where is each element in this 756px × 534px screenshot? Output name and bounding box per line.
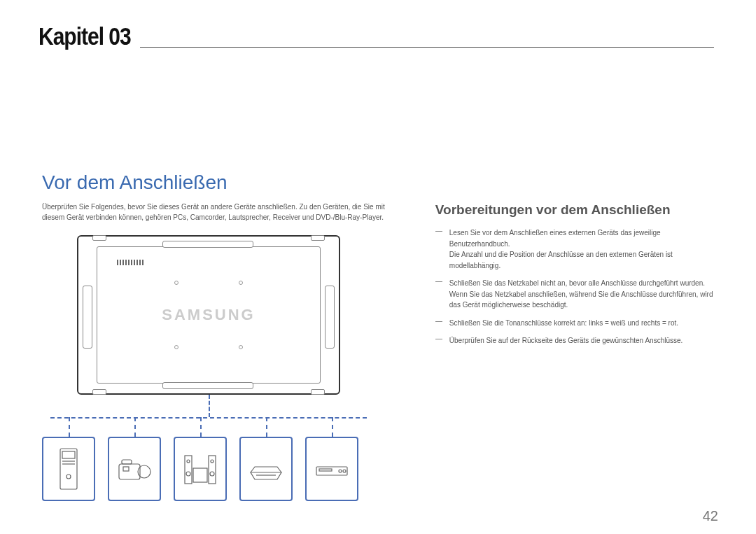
dash-bullet-icon <box>435 318 445 329</box>
right-column: Vorbereitungen vor dem Anschließen Lesen… <box>435 202 714 512</box>
camcorder-icon <box>108 437 161 501</box>
svg-point-14 <box>211 460 214 463</box>
speaker-system-icon <box>174 437 227 501</box>
svg-point-20 <box>343 470 346 472</box>
note-item-1: Lesen Sie vor dem Anschließen eines exte… <box>435 227 714 271</box>
page-title: Vor dem Anschließen <box>42 171 714 194</box>
product-brand-text: SAMSUNG <box>162 306 255 324</box>
device-row <box>42 437 375 501</box>
svg-rect-5 <box>119 464 140 479</box>
note-item-2: Schließen Sie das Netzkabel nicht an, be… <box>435 278 714 311</box>
intro-paragraph: Überprüfen Sie Folgendes, bevor Sie dies… <box>42 202 397 223</box>
content-columns: Überprüfen Sie Folgendes, bevor Sie dies… <box>42 202 714 512</box>
svg-point-12 <box>187 460 190 463</box>
svg-rect-11 <box>193 468 207 482</box>
dash-bullet-icon <box>435 227 445 271</box>
svg-point-13 <box>186 472 190 476</box>
note-item-4: Überprüfen Sie auf der Rückseite des Ger… <box>435 335 714 346</box>
left-column: Überprüfen Sie Folgendes, bevor Sie dies… <box>42 202 397 512</box>
chapter-label: Kapitel 03 <box>38 22 131 50</box>
connection-diagram: SAMSUNG <box>42 235 375 512</box>
note-text: Überprüfen Sie auf der Rückseite des Ger… <box>449 335 683 346</box>
note-text: Schließen Sie die Tonanschlüsse korrekt … <box>449 318 678 329</box>
svg-rect-7 <box>122 460 132 464</box>
note-text: Schließen Sie das Netzkabel nicht an, be… <box>449 278 714 311</box>
note-item-3: Schließen Sie die Tonanschlüsse korrekt … <box>435 318 714 329</box>
svg-point-15 <box>210 472 214 476</box>
receiver-icon <box>239 437 293 501</box>
dash-bullet-icon <box>435 278 445 311</box>
section-subtitle: Vorbereitungen vor dem Anschließen <box>435 202 714 218</box>
svg-rect-18 <box>319 469 332 471</box>
pc-tower-icon <box>42 437 95 501</box>
product-rear-illustration: SAMSUNG <box>77 235 340 395</box>
document-page: Kapitel 03 Vor dem Anschließen Überprüfe… <box>0 0 756 534</box>
connector-lines <box>42 395 375 514</box>
svg-rect-8 <box>123 467 129 471</box>
page-number: 42 <box>703 508 718 524</box>
header-rule <box>140 47 714 48</box>
chapter-header: Kapitel 03 <box>42 28 714 63</box>
dash-bullet-icon <box>435 335 445 346</box>
port-strip-icon <box>117 260 145 265</box>
dvd-player-icon <box>305 437 358 501</box>
svg-point-19 <box>339 470 342 472</box>
svg-rect-1 <box>62 451 75 458</box>
svg-point-4 <box>66 475 71 479</box>
note-text: Lesen Sie vor dem Anschließen eines exte… <box>449 227 714 271</box>
